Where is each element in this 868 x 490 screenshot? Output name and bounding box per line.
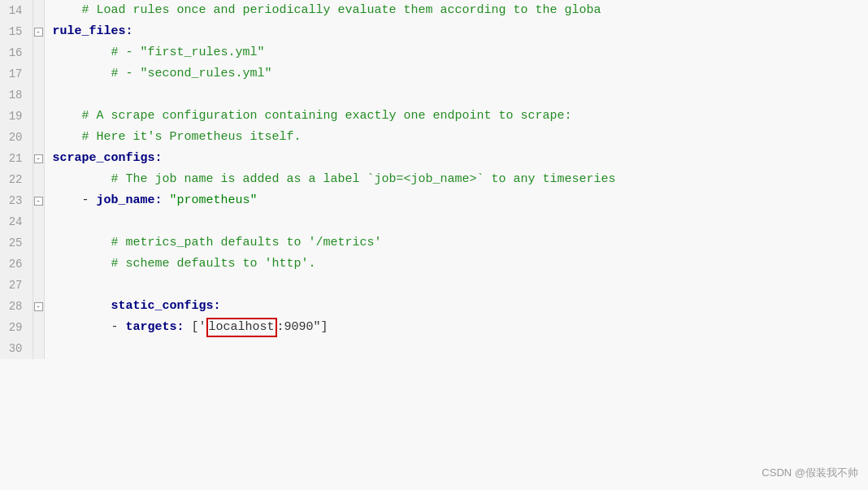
table-row: 23- - job_name: "prometheus" — [0, 190, 868, 211]
line-number: 17 — [0, 63, 33, 85]
fold-icon[interactable]: - — [34, 197, 43, 206]
watermark: CSDN @假装我不帅 — [762, 462, 858, 483]
code-line — [44, 85, 868, 106]
value-string: "prometheus" — [163, 193, 258, 207]
table-row: 25 # metrics_path defaults to '/metrics' — [0, 232, 868, 254]
fold-col — [33, 0, 44, 21]
code-line: - job_name: "prometheus" — [44, 190, 868, 211]
comment-text: # - "first_rules.yml" — [53, 46, 265, 59]
fold-icon[interactable]: - — [34, 302, 43, 311]
line-number: 29 — [0, 317, 33, 338]
line-number: 22 — [0, 169, 33, 190]
fold-col — [33, 254, 44, 275]
fold-col — [33, 317, 44, 338]
code-line: # The job name is added as a label `job=… — [44, 169, 868, 190]
line-number: 21 — [0, 148, 33, 169]
table-row: 18 — [0, 85, 868, 106]
fold-col — [33, 106, 44, 127]
comment-text: # - "second_rules.yml" — [53, 67, 272, 80]
comment-text: # The job name is added as a label `job=… — [53, 172, 616, 186]
fold-col[interactable]: - — [33, 148, 44, 169]
table-row: 22 # The job name is added as a label `j… — [0, 169, 868, 190]
fold-col — [33, 42, 44, 63]
code-line: static_configs: — [44, 296, 868, 317]
code-table: 14 # Load rules once and periodically ev… — [0, 0, 868, 359]
fold-icon[interactable]: - — [34, 154, 43, 163]
line-number: 16 — [0, 42, 33, 63]
key-text: static_configs: — [111, 299, 221, 313]
table-row: 30 — [0, 338, 868, 359]
table-row: 14 # Load rules once and periodically ev… — [0, 0, 868, 21]
code-line: - targets: ['localhost:9090"] — [44, 317, 868, 338]
line-number: 28 — [0, 296, 33, 317]
fold-icon[interactable]: - — [34, 28, 43, 37]
code-editor: 14 # Load rules once and periodically ev… — [0, 0, 868, 490]
line-number: 14 — [0, 0, 33, 21]
line-number: 18 — [0, 85, 33, 106]
line-number: 26 — [0, 254, 33, 275]
plain-text: [' — [184, 320, 206, 334]
key-text: targets: — [126, 320, 184, 334]
code-line — [44, 275, 868, 296]
comment-text: # Here it's Prometheus itself. — [53, 130, 302, 144]
table-row: 19 # A scrape configuration containing e… — [0, 106, 868, 127]
code-line — [44, 338, 868, 359]
code-line: rule_files: — [44, 21, 868, 42]
code-line: # A scrape configuration containing exac… — [44, 106, 868, 127]
key-text: rule_files: — [53, 24, 133, 38]
code-line: # scheme defaults to 'http'. — [44, 254, 868, 275]
line-number: 20 — [0, 127, 33, 148]
table-row: 29 - targets: ['localhost:9090"] — [0, 317, 868, 338]
fold-col[interactable]: - — [33, 190, 44, 211]
key-text: job_name: — [97, 193, 163, 207]
highlighted-value: localhost — [206, 318, 277, 337]
code-line: scrape_configs: — [44, 148, 868, 169]
code-line: # Here it's Prometheus itself. — [44, 127, 868, 148]
code-line: # - "first_rules.yml" — [44, 42, 868, 63]
plain-text — [53, 299, 111, 313]
fold-col[interactable]: - — [33, 21, 44, 42]
fold-col — [33, 63, 44, 85]
table-row: 28- static_configs: — [0, 296, 868, 317]
line-number: 25 — [0, 232, 33, 254]
table-row: 20 # Here it's Prometheus itself. — [0, 127, 868, 148]
line-number: 15 — [0, 21, 33, 42]
fold-col — [33, 85, 44, 106]
table-row: 24 — [0, 211, 868, 232]
plain-text: - — [53, 193, 97, 207]
line-number: 24 — [0, 211, 33, 232]
fold-col — [33, 275, 44, 296]
fold-col[interactable]: - — [33, 296, 44, 317]
fold-col — [33, 211, 44, 232]
line-number: 27 — [0, 275, 33, 296]
key-text: scrape_configs: — [53, 151, 163, 165]
code-line: # Load rules once and periodically evalu… — [44, 0, 868, 21]
plain-text: :9090"] — [277, 320, 328, 334]
fold-col — [33, 127, 44, 148]
table-row: 15-rule_files: — [0, 21, 868, 42]
code-line — [44, 211, 868, 232]
comment-text: # metrics_path defaults to '/metrics' — [53, 236, 382, 249]
table-row: 16 # - "first_rules.yml" — [0, 42, 868, 63]
code-line: # metrics_path defaults to '/metrics' — [44, 232, 868, 254]
comment-text: # A scrape configuration containing exac… — [53, 109, 572, 123]
code-line: # - "second_rules.yml" — [44, 63, 868, 85]
line-number: 19 — [0, 106, 33, 127]
comment-text: # Load rules once and periodically evalu… — [53, 3, 601, 17]
fold-col — [33, 169, 44, 190]
table-row: 21-scrape_configs: — [0, 148, 868, 169]
table-row: 17 # - "second_rules.yml" — [0, 63, 868, 85]
fold-col — [33, 232, 44, 254]
comment-text: # scheme defaults to 'http'. — [53, 257, 316, 271]
plain-text: - — [53, 320, 126, 334]
line-number: 30 — [0, 338, 33, 359]
line-number: 23 — [0, 190, 33, 211]
table-row: 27 — [0, 275, 868, 296]
fold-col — [33, 338, 44, 359]
table-row: 26 # scheme defaults to 'http'. — [0, 254, 868, 275]
